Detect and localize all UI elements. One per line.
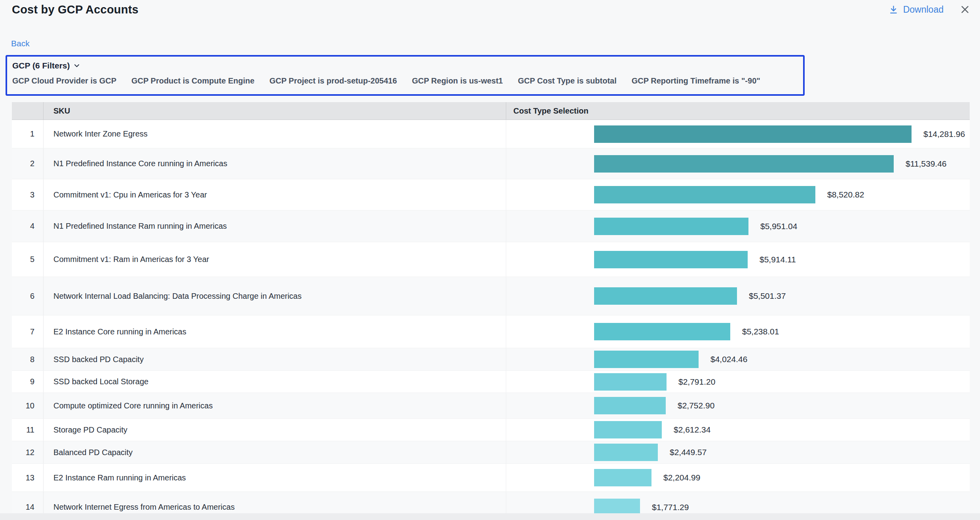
row-number: 6 (12, 277, 44, 315)
cost-bar (594, 125, 912, 143)
table-row[interactable]: 13E2 Instance Ram running in Americas$2,… (12, 464, 970, 492)
row-number: 8 (12, 348, 44, 370)
table-row[interactable]: 8SSD backed PD Capacity$4,024.46 (12, 348, 970, 371)
filter-bar: GCP (6 Filters) GCP Cloud Provider is GC… (6, 55, 805, 96)
cost-bar (594, 351, 699, 368)
table-row[interactable]: 2N1 Predefined Instance Core running in … (12, 148, 970, 179)
filter-chip[interactable]: GCP Reporting Timeframe is "-90" (632, 76, 760, 85)
sku-cell: N1 Predefined Instance Core running in A… (44, 148, 506, 179)
download-label: Download (903, 4, 944, 15)
row-number: 13 (12, 464, 44, 492)
row-number: 9 (12, 371, 44, 393)
row-number: 4 (12, 211, 44, 242)
cost-value-label: $5,238.01 (742, 327, 779, 336)
cost-bar-cell: $1,771.29 (506, 492, 970, 513)
cost-bar-cell: $2,612.34 (506, 419, 970, 441)
cost-value-label: $4,024.46 (710, 355, 747, 364)
cost-value-label: $5,914.11 (760, 255, 796, 264)
row-number: 5 (12, 242, 44, 277)
table-row[interactable]: 5Commitment v1: Ram in Americas for 3 Ye… (12, 242, 970, 277)
cost-value-label: $8,520.82 (827, 190, 864, 199)
table-row[interactable]: 6Network Internal Load Balancing: Data P… (12, 277, 970, 315)
filter-chip[interactable]: GCP Cloud Provider is GCP (12, 76, 116, 85)
close-icon[interactable] (959, 4, 971, 15)
cost-bar (594, 397, 666, 414)
table-body: 1Network Inter Zone Egress$14,281.962N1 … (12, 120, 970, 513)
table-row[interactable]: 10Compute optimized Core running in Amer… (12, 393, 970, 419)
filter-chip[interactable]: GCP Cost Type is subtotal (518, 76, 616, 85)
cost-bar-cell: $5,238.01 (506, 315, 970, 348)
sku-cell: Commitment v1: Ram in Americas for 3 Yea… (44, 242, 506, 277)
row-number: 10 (12, 393, 44, 418)
horizontal-scrollbar-track[interactable] (0, 513, 980, 520)
sku-cell: E2 Instance Core running in Americas (44, 315, 506, 348)
cost-bar (594, 469, 651, 486)
filter-chip[interactable]: GCP Project is prod-setup-205416 (270, 76, 397, 85)
row-number: 12 (12, 441, 44, 463)
cost-value-label: $2,612.34 (674, 425, 710, 435)
cost-bar-cell: $8,520.82 (506, 179, 970, 210)
row-number: 11 (12, 419, 44, 441)
cost-value-label: $2,791.20 (678, 377, 715, 387)
cost-value-label: $2,449.57 (670, 448, 707, 457)
filter-group-dropdown[interactable]: GCP (6 Filters) (12, 59, 80, 72)
cost-bar-cell: $4,024.46 (506, 348, 970, 370)
sku-cell: Network Inter Zone Egress (44, 120, 506, 148)
sku-cell: E2 Instance Ram running in Americas (44, 464, 506, 492)
cost-bar (594, 287, 737, 305)
sku-cell: Network Internal Load Balancing: Data Pr… (44, 277, 506, 315)
column-header-cost-type-selection: Cost Type Selection (506, 102, 970, 120)
cost-bar-cell: $5,914.11 (506, 242, 970, 277)
filter-group-label: GCP (6 Filters) (12, 61, 70, 70)
cost-bar-cell: $2,204.99 (506, 464, 970, 492)
table-row[interactable]: 7E2 Instance Core running in Americas$5,… (12, 315, 970, 348)
table-row[interactable]: 9SSD backed Local Storage$2,791.20 (12, 371, 970, 393)
sku-cell: Commitment v1: Cpu in Americas for 3 Yea… (44, 179, 506, 210)
table-row[interactable]: 14Network Internet Egress from Americas … (12, 492, 970, 513)
cost-value-label: $5,501.37 (749, 291, 786, 301)
sku-cell: Storage PD Capacity (44, 419, 506, 441)
cost-table: SKU Cost Type Selection 1Network Inter Z… (12, 102, 970, 513)
cost-value-label: $2,752.90 (678, 401, 714, 410)
cost-value-label: $2,204.99 (663, 473, 700, 482)
table-row[interactable]: 3Commitment v1: Cpu in Americas for 3 Ye… (12, 179, 970, 211)
table-row[interactable]: 12Balanced PD Capacity$2,449.57 (12, 441, 970, 464)
cost-bar (594, 421, 662, 438)
filter-chip[interactable]: GCP Region is us-west1 (412, 76, 503, 85)
cost-value-label: $5,951.04 (760, 222, 797, 231)
cost-bar (594, 499, 640, 514)
sku-cell: Compute optimized Core running in Americ… (44, 393, 506, 418)
column-header-sku: SKU (44, 102, 506, 120)
sku-cell: N1 Predefined Instance Ram running in Am… (44, 211, 506, 242)
row-number: 7 (12, 315, 44, 348)
cost-bar-cell: $2,752.90 (506, 393, 970, 418)
table-row[interactable]: 4N1 Predefined Instance Ram running in A… (12, 211, 970, 242)
download-button[interactable]: Download (889, 4, 944, 15)
table-header-row: SKU Cost Type Selection (12, 102, 970, 120)
page-title: Cost by GCP Accounts (12, 3, 139, 16)
cost-value-label: $14,281.96 (923, 129, 965, 139)
top-actions: Download (889, 4, 971, 15)
cost-bar (594, 373, 667, 391)
cost-bar-cell: $2,791.20 (506, 371, 970, 393)
sku-cell: Balanced PD Capacity (44, 441, 506, 463)
cost-bar (594, 155, 894, 173)
row-number: 1 (12, 120, 44, 148)
cost-bar (594, 218, 748, 235)
cost-by-gcp-accounts-panel: Cost by GCP Accounts Download Back GCP (… (0, 0, 980, 520)
cost-bar-cell: $5,501.37 (506, 277, 970, 315)
sku-cell: Network Internet Egress from Americas to… (44, 492, 506, 513)
cost-bar (594, 186, 815, 203)
table-row[interactable]: 11Storage PD Capacity$2,612.34 (12, 419, 970, 441)
table-row[interactable]: 1Network Inter Zone Egress$14,281.96 (12, 120, 970, 148)
row-number: 14 (12, 492, 44, 513)
sku-cell: SSD backed Local Storage (44, 371, 506, 393)
chevron-down-icon (73, 62, 80, 69)
cost-bar-cell: $5,951.04 (506, 211, 970, 242)
cost-value-label: $11,539.46 (906, 159, 947, 169)
cost-bar-cell: $11,539.46 (506, 148, 970, 179)
back-link[interactable]: Back (11, 39, 30, 48)
cost-bar-cell: $2,449.57 (506, 441, 970, 463)
filter-chip[interactable]: GCP Product is Compute Engine (131, 76, 254, 85)
download-icon (889, 5, 898, 15)
